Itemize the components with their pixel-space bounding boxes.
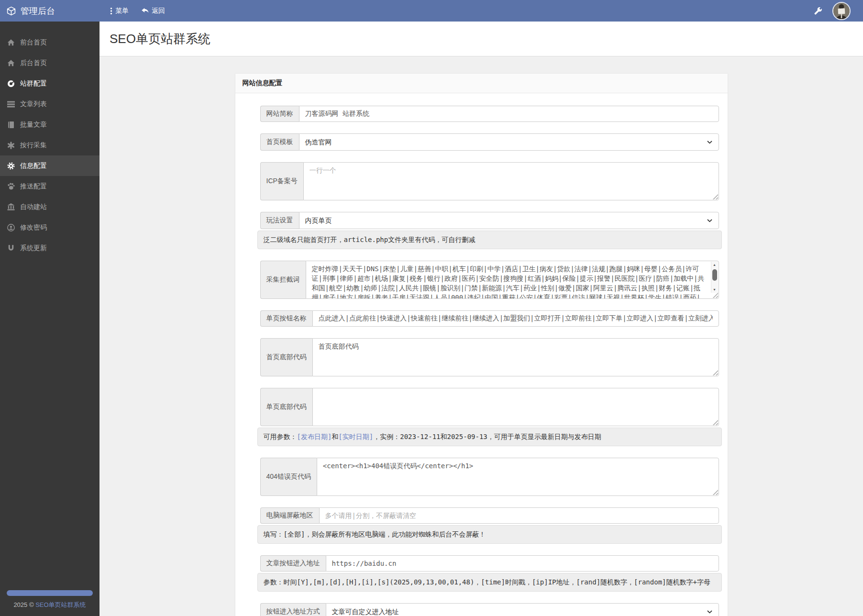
menu-label: 菜单 bbox=[115, 7, 129, 15]
sidebar-item-label: 信息配置 bbox=[20, 162, 47, 170]
page-footer-code-hint: 可用参数：[发布日期]和[实时日期]，实例：2023-12-11和2025-09… bbox=[257, 428, 722, 446]
sidebar: 前台首页 后台首页 站群配置 文章列表 批量文章 按行采集 bbox=[0, 22, 100, 616]
brand[interactable]: 管理后台 bbox=[0, 5, 100, 17]
sidebar-item-admin-home[interactable]: 后台首页 bbox=[0, 53, 100, 73]
resize-grip[interactable] bbox=[713, 194, 718, 199]
sidebar-item-change-password[interactable]: 修改密码 bbox=[0, 217, 100, 238]
group-site-name: 网站简称 bbox=[257, 106, 722, 122]
topnav: 菜单 返回 bbox=[110, 7, 165, 15]
resize-grip[interactable] bbox=[713, 370, 718, 375]
sidebar-item-info-config[interactable]: 信息配置 bbox=[0, 155, 100, 176]
copyright-year: 2025 © bbox=[13, 601, 35, 608]
home-template-value: 伪造官网 bbox=[305, 138, 332, 146]
back-link[interactable]: 返回 bbox=[141, 7, 165, 15]
resize-grip[interactable] bbox=[713, 420, 718, 425]
magnet-icon bbox=[7, 244, 15, 252]
sidebar-item-auto-build[interactable]: 自动建站 bbox=[0, 197, 100, 217]
bank-icon bbox=[7, 203, 15, 211]
hint-text: 可用参数： bbox=[264, 433, 297, 440]
page-footer-code-label: 单页底部代码 bbox=[260, 388, 312, 426]
button-url-mode-select[interactable]: 文章可自定义进入地址 bbox=[326, 603, 719, 616]
page-footer-code-textarea[interactable] bbox=[312, 388, 719, 426]
sidebar-footer: 2025 © SEO单页站群系统 bbox=[0, 590, 100, 609]
back-arrow-icon bbox=[141, 8, 149, 14]
home-template-select[interactable]: 伪造官网 bbox=[299, 133, 719, 151]
home-template-label: 首页模板 bbox=[260, 133, 299, 151]
sidebar-item-label: 自动建站 bbox=[20, 203, 47, 211]
button-names-input[interactable] bbox=[312, 310, 719, 327]
group-button-url-mode: 按钮进入地址方式 文章可自定义进入地址 bbox=[257, 603, 722, 616]
sidebar-item-label: 后台首页 bbox=[20, 59, 47, 67]
card-title: 网站信息配置 bbox=[235, 74, 728, 93]
sidebar-item-batch-articles[interactable]: 批量文章 bbox=[0, 114, 100, 135]
group-home-footer-code: 首页底部代码 首页底部代码 bbox=[257, 338, 722, 376]
resize-grip[interactable] bbox=[713, 293, 718, 298]
menu-toggle[interactable]: 菜单 bbox=[110, 7, 129, 15]
group-play-mode: 玩法设置 内页单页 泛二级域名只能首页打开，article.php文件夹里有代码… bbox=[257, 212, 722, 249]
group-error404: 404错误页代码 <center><h1>404错误页代码</center></… bbox=[257, 458, 722, 496]
globe-icon bbox=[7, 80, 15, 88]
paw-icon bbox=[7, 183, 15, 190]
page-title: SEO单页站群系统 bbox=[110, 31, 210, 47]
pc-block-region-input[interactable] bbox=[319, 507, 719, 524]
play-mode-select[interactable]: 内页单页 bbox=[299, 212, 719, 229]
sidebar-item-push-config[interactable]: 推送配置 bbox=[0, 176, 100, 197]
textarea-scrollbar[interactable]: ▲ ▼ bbox=[711, 262, 718, 293]
scrollbar-track[interactable] bbox=[711, 268, 718, 286]
main-content: SEO单页站群系统 网站信息配置 网站简称 首页模板 bbox=[100, 22, 863, 616]
group-block-words: 采集拦截词 定时炸弹|天天干|DNS|床垫|儿童|慈善|中职|机车|印刷|中学|… bbox=[257, 261, 722, 299]
home-footer-code-textarea[interactable]: 首页底部代码 bbox=[312, 338, 719, 376]
button-url-mode-value: 文章可自定义进入地址 bbox=[332, 608, 399, 616]
scroll-up-icon[interactable]: ▲ bbox=[711, 262, 718, 268]
article-button-url-label: 文章按钮进入地址 bbox=[260, 555, 326, 572]
sidebar-item-label: 系统更新 bbox=[20, 244, 47, 253]
sidebar-item-label: 文章列表 bbox=[20, 100, 47, 109]
topbar-right bbox=[814, 2, 863, 20]
sidebar-item-front-home[interactable]: 前台首页 bbox=[0, 32, 100, 53]
list-icon bbox=[7, 100, 15, 108]
sidebar-item-line-collect[interactable]: 按行采集 bbox=[0, 135, 100, 155]
book-icon bbox=[7, 121, 15, 129]
home-footer-code-label: 首页底部代码 bbox=[260, 338, 312, 376]
site-info-card: 网站信息配置 网站简称 首页模板 bbox=[235, 73, 728, 616]
group-button-names: 单页按钮名称 bbox=[257, 310, 722, 327]
page-header: SEO单页站群系统 bbox=[100, 22, 863, 56]
resize-grip[interactable] bbox=[713, 490, 718, 495]
sidebar-item-article-list[interactable]: 文章列表 bbox=[0, 94, 100, 114]
user-avatar[interactable] bbox=[832, 2, 851, 20]
sidebar-scroll-bar[interactable] bbox=[7, 590, 93, 596]
back-label: 返回 bbox=[152, 7, 165, 15]
play-mode-label: 玩法设置 bbox=[260, 212, 299, 229]
sidebar-item-system-update[interactable]: 系统更新 bbox=[0, 238, 100, 258]
user-icon bbox=[7, 224, 15, 231]
icp-textarea[interactable] bbox=[303, 162, 719, 200]
sidebar-item-sitegroup-config[interactable]: 站群配置 bbox=[0, 73, 100, 94]
scrollbar-thumb[interactable] bbox=[712, 269, 717, 281]
chevron-down-icon bbox=[707, 219, 712, 222]
hint-text: ，实例：2023-12-11和2025-09-13，可用于单页显示最新日期与发布… bbox=[373, 433, 601, 440]
block-words-textarea[interactable]: 定时炸弹|天天干|DNS|床垫|儿童|慈善|中职|机车|印刷|中学|酒店|卫生|… bbox=[306, 261, 719, 299]
realtime-date-param-link[interactable]: [实时日期] bbox=[338, 433, 373, 440]
home-icon bbox=[7, 59, 15, 67]
group-home-template: 首页模板 伪造官网 bbox=[257, 133, 722, 151]
publish-date-param-link[interactable]: [发布日期] bbox=[297, 433, 332, 440]
group-pc-block-region: 电脑端屏蔽地区 填写：[全部]，则会屏蔽所有地区电脑端，此功能对蜘蛛和后台不会屏… bbox=[257, 507, 722, 544]
sidebar-item-label: 前台首页 bbox=[20, 38, 47, 47]
error404-label: 404错误页代码 bbox=[260, 458, 317, 496]
sidebar-item-label: 按行采集 bbox=[20, 141, 47, 150]
site-name-input[interactable] bbox=[299, 106, 719, 122]
group-article-button-url: 文章按钮进入地址 参数：时间[Y],[m],[d],[H],[i],[s](20… bbox=[257, 555, 722, 592]
button-names-label: 单页按钮名称 bbox=[260, 310, 312, 327]
wrench-icon[interactable] bbox=[814, 7, 822, 15]
home-icon bbox=[7, 39, 15, 46]
pc-block-region-hint: 填写：[全部]，则会屏蔽所有地区电脑端，此功能对蜘蛛和后台不会屏蔽！ bbox=[257, 525, 722, 544]
article-button-url-input[interactable] bbox=[326, 555, 719, 572]
scroll-down-icon[interactable]: ▼ bbox=[711, 286, 718, 293]
sidebar-item-label: 批量文章 bbox=[20, 121, 47, 129]
error404-textarea[interactable]: <center><h1>404错误页代码</center></h1> bbox=[317, 458, 719, 496]
pc-block-region-label: 电脑端屏蔽地区 bbox=[260, 507, 319, 524]
article-button-url-hint: 参数：时间[Y],[m],[d],[H],[i],[s](2025,09,13,… bbox=[257, 573, 722, 592]
hint-text: 和 bbox=[332, 433, 338, 440]
copyright-link[interactable]: SEO单页站群系统 bbox=[35, 601, 86, 608]
chevron-down-icon bbox=[707, 610, 712, 614]
